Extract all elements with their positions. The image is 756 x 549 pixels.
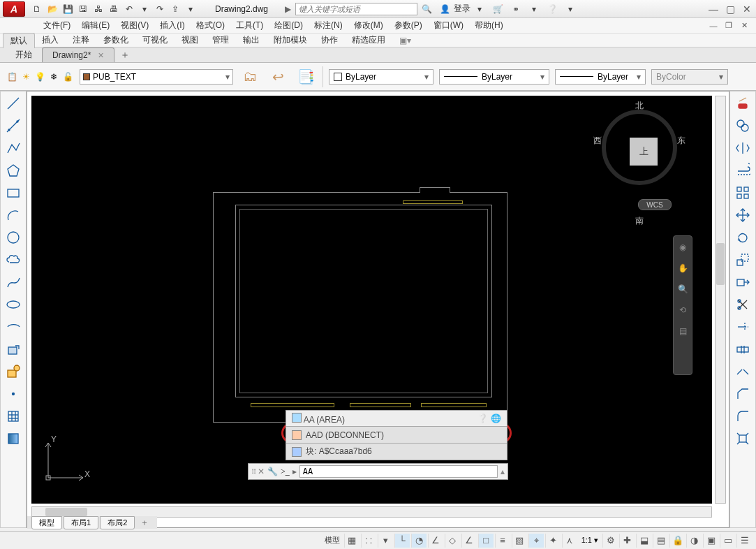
command-input[interactable] [299,465,498,478]
tab-manage[interactable]: 管理 [205,33,236,47]
layer-freeze-icon[interactable]: ❄ [47,71,60,83]
tab-insert[interactable]: 插入 [35,33,66,47]
menu-file[interactable]: 文件(F) [38,18,76,33]
cmdline-close-icon[interactable]: ✕ [258,467,265,476]
help-dropdown-icon[interactable]: ▾ [563,2,578,16]
login-dropdown-icon[interactable]: ▾ [472,2,487,16]
osnap-icon[interactable]: ◇ [445,534,460,548]
viewcube[interactable]: 北 上 西 东 南 [598,101,681,213]
menu-modify[interactable]: 修改(M) [348,18,389,33]
color-dropdown[interactable]: ByLayer ▾ [329,69,433,85]
menu-view[interactable]: 视图(V) [115,18,154,33]
filetab-add-icon[interactable]: ＋ [114,47,135,63]
move-tool[interactable] [733,206,753,224]
join-tool[interactable] [733,363,753,381]
otrack-icon[interactable]: ∠ [461,534,477,548]
isolate-icon[interactable]: ◑ [686,534,702,548]
zoom-icon[interactable]: 🔍 [676,282,690,296]
ellipse-arc-tool[interactable] [3,318,23,336]
break-tool[interactable] [733,340,753,358]
help-cmd-icon[interactable]: ❔ [477,413,488,423]
explode-tool[interactable] [733,430,753,448]
lock-ui-icon[interactable]: 🔒 [669,534,685,548]
layer-lock-icon[interactable]: 🔓 [61,71,74,83]
share-icon[interactable]: ⇪ [168,2,182,16]
selection-cycling-icon[interactable]: ⌖ [528,534,544,548]
help-icon[interactable]: ❔ [544,2,560,16]
qat-dropdown-icon[interactable]: ▾ [138,2,151,16]
insert-block-tool[interactable] [3,340,23,358]
annotation-scale-icon[interactable]: ⋏ [562,534,577,548]
polygon-tool[interactable] [3,161,23,180]
tab-addins[interactable]: 附加模块 [267,33,314,47]
saveas-icon[interactable]: 🖫 [76,2,90,16]
filetab-start[interactable]: 开始 [6,47,42,63]
workspace-icon[interactable]: ⚙ [602,534,618,548]
tab-visualize[interactable]: 可视化 [135,33,175,47]
tab-output[interactable]: 输出 [236,33,267,47]
array-tool[interactable] [733,184,753,202]
search-icon[interactable]: 🔍 [419,2,434,16]
tab-expand-icon[interactable]: ▣▾ [392,34,418,47]
copy-tool[interactable] [733,117,753,135]
make-block-tool[interactable] [3,363,23,381]
filetab-close-icon[interactable]: ✕ [98,51,104,59]
layer-bulb-icon[interactable]: 💡 [34,71,46,83]
snap-dropdown-icon[interactable]: ▾ [378,534,393,548]
cmdline-config-icon[interactable]: 🔧 [267,467,278,476]
cmd-suggestion-area[interactable]: AA (AREA) ❔🌐 [286,410,507,427]
pan-icon[interactable]: ✋ [676,261,690,275]
line-tool[interactable] [3,94,23,112]
customization-icon[interactable]: ☰ [736,534,752,548]
globe-icon[interactable]: 🌐 [491,413,501,423]
viewport[interactable]: 北 上 西 东 南 WCS ◉ ✋ 🔍 ⟲ ▤ [31,96,712,504]
tab-view[interactable]: 视图 [175,33,205,47]
units-icon[interactable]: ⬓ [636,534,651,548]
showmotion-icon[interactable]: ▤ [676,324,690,338]
tab-featured[interactable]: 精选应用 [345,33,392,47]
maximize-icon[interactable]: ▢ [724,3,736,15]
erase-tool[interactable] [733,94,753,112]
user-icon[interactable]: 👤 [437,2,452,16]
save-icon[interactable]: 💾 [61,2,75,16]
status-model-label[interactable]: 模型 [322,535,343,546]
doc-minimize-icon[interactable]: — [707,20,720,32]
steering-wheel-icon[interactable]: ◉ [676,240,690,254]
trim-tool[interactable] [733,295,753,314]
menu-dimension[interactable]: 标注(N) [309,18,348,33]
minimize-icon[interactable]: — [707,3,720,15]
wcs-badge[interactable]: WCS [638,199,672,210]
revcloud-tool[interactable] [3,251,23,269]
plotstyle-dropdown[interactable]: ByColor ▾ [651,69,728,85]
layout-tab-1[interactable]: 布局1 [64,516,98,529]
mirror-tool[interactable] [733,139,753,157]
annotation-monitor-icon[interactable]: ✚ [619,534,635,548]
web-save-icon[interactable]: 🖧 [91,2,105,16]
orbit-icon[interactable]: ⟲ [676,303,690,317]
menu-window[interactable]: 窗口(W) [428,18,469,33]
scale-tool[interactable] [733,251,753,269]
layer-sun-icon[interactable]: ☀ [20,71,32,83]
cmd-suggestion-block[interactable]: 块: A$Ccaaa7bd6 [286,444,507,460]
lineweight-dropdown[interactable]: ByLayer ▾ [555,69,646,85]
tab-parametric[interactable]: 参数化 [96,33,135,47]
doc-restore-icon[interactable]: ❐ [722,20,735,32]
new-icon[interactable]: 🗋 [30,2,44,16]
menu-edit[interactable]: 编辑(E) [76,18,115,33]
grid-icon[interactable]: ▦ [344,534,360,548]
redo-icon[interactable]: ↷ [153,2,167,16]
fillet-tool[interactable] [733,407,753,425]
lineweight-icon[interactable]: ≡ [495,534,510,548]
qat-more-icon[interactable]: ▾ [184,2,198,16]
tab-collab[interactable]: 协作 [314,33,345,47]
viewcube-top[interactable]: 上 [630,138,658,166]
menu-help[interactable]: 帮助(H) [469,18,509,33]
viewcube-south[interactable]: 南 [598,215,681,227]
search-input[interactable] [295,3,417,15]
viewcube-west[interactable]: 西 [593,135,602,147]
spline-tool[interactable] [3,273,23,291]
chamfer-tool[interactable] [733,385,753,403]
cmd-suggestion-aad[interactable]: AAD (DBCONNECT) [286,427,507,444]
layer-list-icon[interactable]: 📋 [6,71,18,83]
arc-tool[interactable] [3,206,23,224]
